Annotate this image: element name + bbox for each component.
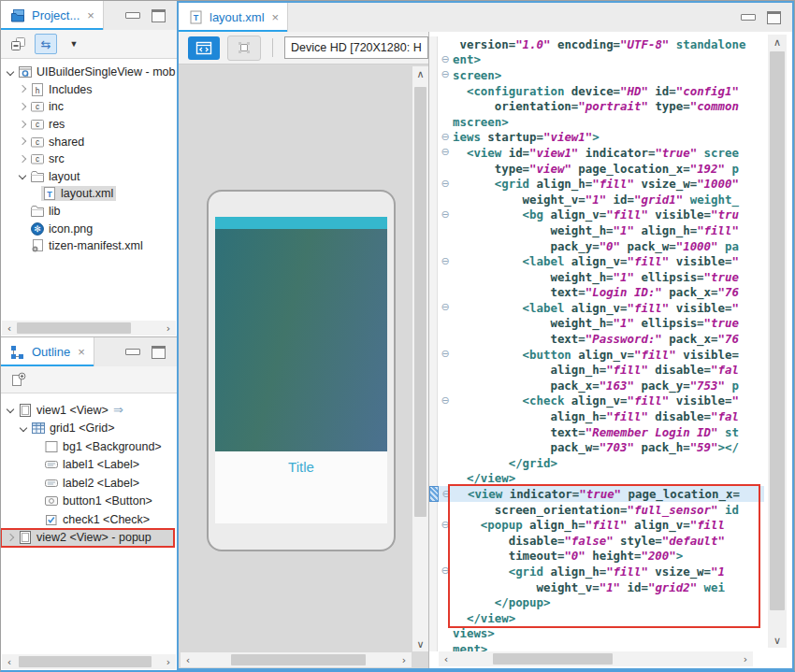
close-icon[interactable]: × xyxy=(87,8,94,22)
tree-item[interactable]: lib xyxy=(1,203,177,221)
code-line[interactable]: ⊖ <grid align_h="fill" vsize_w="1000" xyxy=(429,176,764,192)
chevron-collapsed-icon[interactable] xyxy=(17,136,29,148)
code-line[interactable]: ⊖ <grid align_h="fill" vsize_w="1 xyxy=(429,564,764,579)
code-line[interactable]: ⊖ <bg align_v="fill" visible="tru xyxy=(429,207,764,223)
tree-item[interactable]: layout xyxy=(1,168,177,186)
code-line[interactable]: pack_y="0" pack_w="1000" pa xyxy=(429,238,764,254)
scroll-up-icon[interactable]: ∧ xyxy=(413,66,428,81)
add-view-icon[interactable] xyxy=(8,370,27,389)
code-line[interactable]: type="view" page_location_x="192" p xyxy=(429,161,764,177)
scroll-right-icon[interactable]: › xyxy=(738,651,753,666)
code-line[interactable]: ⊖ <check align_v="fill" visible=" xyxy=(429,393,764,409)
tree-item[interactable]: button1 <Button> xyxy=(1,493,177,511)
minimize-icon[interactable] xyxy=(125,349,140,355)
fold-collapse-icon[interactable]: ⊖ xyxy=(438,130,453,145)
code-line[interactable]: timeout="0" height="200"> xyxy=(429,549,764,565)
code-line[interactable]: ⊖ent> xyxy=(429,52,764,68)
tree-item[interactable]: label1 <Label> xyxy=(1,456,177,475)
fold-collapse-icon[interactable]: ⊖ xyxy=(438,393,453,408)
maximize-icon[interactable] xyxy=(152,9,166,22)
tree-item[interactable]: tizen-manifest.xml xyxy=(1,237,177,255)
code-line[interactable]: ⊖ <label align_v="fill" visible=" xyxy=(429,300,764,316)
code-line[interactable]: mscreen> xyxy=(429,114,764,130)
scroll-right-icon[interactable]: › xyxy=(161,321,176,336)
code-vertical-scrollbar[interactable]: ∧ ∨ xyxy=(768,35,787,648)
code-line[interactable]: pack_w="703" pack_h="59"></ xyxy=(429,439,764,455)
fold-collapse-icon[interactable]: ⊖ xyxy=(438,177,453,192)
maximize-icon[interactable] xyxy=(767,11,781,24)
scroll-left-icon[interactable]: ‹ xyxy=(2,654,17,669)
code-line[interactable]: text="Remember Login ID" st xyxy=(429,424,764,440)
minimize-icon[interactable] xyxy=(741,14,756,21)
minimize-icon[interactable] xyxy=(125,12,140,19)
tree-item[interactable]: grid1 <Grid> xyxy=(1,420,177,438)
code-line[interactable]: views> xyxy=(429,626,764,642)
canvas-horizontal-scrollbar[interactable]: ‹ › xyxy=(181,652,412,667)
code-line[interactable]: ⊖ <button align_v="fill" visible= xyxy=(429,347,764,363)
code-line[interactable]: weight_v="1" id="grid1" weight_ xyxy=(429,192,764,207)
close-icon[interactable]: × xyxy=(78,345,85,359)
collapse-all-icon[interactable] xyxy=(8,35,27,53)
code-line[interactable]: disable="false" style="default" xyxy=(429,533,764,549)
scroll-down-icon[interactable]: ∨ xyxy=(413,636,428,651)
tab-project-explorer[interactable]: Project... × xyxy=(1,1,104,30)
tree-item[interactable]: cres xyxy=(1,116,177,134)
tree-item[interactable]: check1 <Check> xyxy=(1,510,177,529)
tree-item[interactable]: ✻icon.png xyxy=(1,220,177,237)
code-line[interactable]: text="Login ID:" pack_x="76 xyxy=(429,285,764,301)
tree-item[interactable]: label2 <Label> xyxy=(1,474,177,493)
preview-screen[interactable]: Title xyxy=(215,217,387,523)
chevron-expanded-icon[interactable] xyxy=(5,404,17,416)
code-line[interactable]: ment> xyxy=(429,641,764,651)
code-line[interactable]: weight_h="1" ellipsis="true xyxy=(429,269,764,285)
fold-collapse-icon[interactable]: ⊖ xyxy=(438,518,453,533)
code-horizontal-scrollbar[interactable]: ‹ › xyxy=(439,651,753,666)
chevron-expanded-icon[interactable] xyxy=(18,422,30,435)
code-line[interactable]: orientation="portrait" type="common xyxy=(429,98,764,114)
tree-item[interactable]: Tlayout.xml xyxy=(1,185,177,203)
fold-collapse-icon[interactable]: ⊖ xyxy=(438,145,453,160)
fold-collapse-icon[interactable]: ⊖ xyxy=(438,347,453,362)
tree-item[interactable]: cinc xyxy=(1,98,177,116)
code-line[interactable]: <configuration device="HD" id="config1" xyxy=(429,83,764,99)
design-canvas[interactable]: Title ∧ ∨ ‹ › xyxy=(179,64,428,668)
code-view-icon[interactable] xyxy=(188,36,220,60)
fold-collapse-icon[interactable]: ⊖ xyxy=(438,52,453,67)
chevron-collapsed-icon[interactable] xyxy=(17,153,29,165)
fold-collapse-icon[interactable]: ⊖ xyxy=(438,564,453,579)
tab-layout-xml[interactable]: T layout.xml × xyxy=(179,3,288,32)
fold-collapse-icon[interactable]: ⊖ xyxy=(438,207,453,222)
fold-collapse-icon[interactable]: ⊖ xyxy=(438,300,453,315)
code-line[interactable]: weight_h="1" align_h="fill" xyxy=(429,222,764,238)
scroll-left-icon[interactable]: ‹ xyxy=(439,651,454,666)
chevron-expanded-icon[interactable] xyxy=(17,170,29,182)
chevron-collapsed-icon[interactable] xyxy=(17,101,29,113)
link-with-editor-icon[interactable]: ⇆ xyxy=(35,34,57,54)
tree-item[interactable]: cshared xyxy=(1,133,177,150)
device-preview[interactable]: Title xyxy=(207,190,396,551)
tree-item[interactable]: view2 <View> - popup xyxy=(1,529,174,548)
chevron-expanded-icon[interactable] xyxy=(5,66,17,79)
code-line[interactable]: </popup> xyxy=(429,594,764,610)
code-line[interactable]: </view> xyxy=(429,610,764,626)
tab-outline[interactable]: Outline × xyxy=(1,337,94,366)
chevron-collapsed-icon[interactable] xyxy=(17,83,29,95)
code-line[interactable]: </grid> xyxy=(429,455,764,471)
design-view-icon[interactable] xyxy=(227,36,261,61)
code-line[interactable]: align_h="fill" disable="fal xyxy=(429,362,764,378)
code-line[interactable]: ⊖screen> xyxy=(429,67,764,83)
fold-collapse-icon[interactable]: ⊖ xyxy=(439,487,454,502)
close-icon[interactable]: × xyxy=(272,10,280,24)
scroll-left-icon[interactable]: ‹ xyxy=(2,321,17,336)
code-line[interactable]: ⊖ <view indicator="true" page_location_x… xyxy=(429,486,764,502)
chevron-collapsed-icon[interactable] xyxy=(17,119,29,131)
scroll-up-icon[interactable]: ∧ xyxy=(770,35,785,50)
maximize-icon[interactable] xyxy=(152,346,166,359)
project-horizontal-scrollbar[interactable]: ‹ › xyxy=(2,321,176,336)
code-editor[interactable]: version="1.0" encoding="UTF-8" standalon… xyxy=(429,32,764,651)
fold-collapse-icon[interactable]: ⊖ xyxy=(438,67,453,82)
tree-item[interactable]: csrc xyxy=(1,150,177,168)
code-line[interactable]: ⊖ <view id="view1" indicator="true" scre… xyxy=(429,145,764,161)
code-line[interactable]: weight_v="1" id="grid2" wei xyxy=(429,579,764,595)
view-menu-caret[interactable]: ▼ xyxy=(65,35,83,53)
